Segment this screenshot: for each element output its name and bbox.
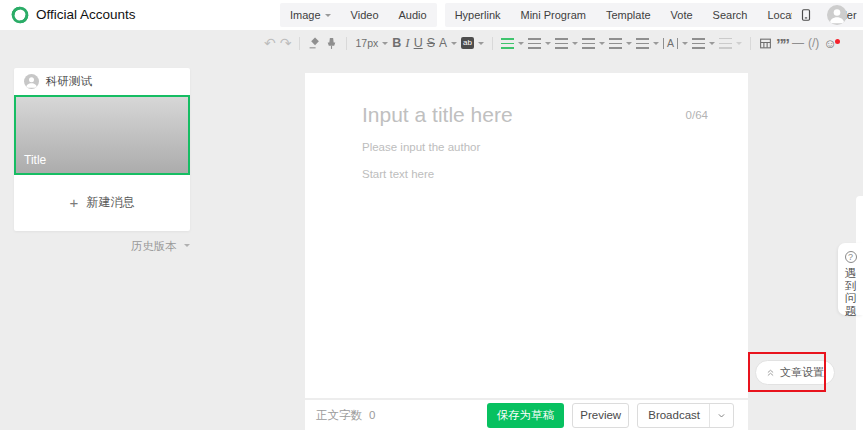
- horizontal-rule-button[interactable]: —: [792, 30, 804, 56]
- text-style-icon: [501, 38, 514, 49]
- chevron-down-icon: [653, 42, 659, 48]
- text-style-dropdown[interactable]: [501, 30, 524, 56]
- menu-video[interactable]: Video: [341, 9, 389, 21]
- format-painter-button[interactable]: [325, 30, 338, 56]
- align-left-dropdown[interactable]: [528, 30, 551, 56]
- account-name: 科研测试: [46, 74, 92, 89]
- title-input[interactable]: [362, 103, 662, 127]
- broadcast-button[interactable]: Broadcast: [637, 403, 734, 428]
- send-to-device-button[interactable]: [792, 3, 819, 27]
- menu-template-label: Template: [606, 9, 651, 21]
- body-text-area[interactable]: Start text here: [362, 168, 748, 180]
- red-highlight-annotation: [748, 352, 826, 392]
- table-button[interactable]: [759, 30, 772, 56]
- menu-mini-program[interactable]: Mini Program: [511, 9, 596, 21]
- help-feedback-tab[interactable]: ? 遇到问题: [838, 243, 863, 315]
- chevron-down-icon: [709, 42, 715, 48]
- indent-dropdown[interactable]: [636, 30, 659, 56]
- quote-icon: ””: [776, 41, 788, 51]
- new-message-label: 新建消息: [86, 194, 134, 211]
- eraser-icon: [308, 37, 321, 50]
- user-avatar[interactable]: [827, 5, 847, 25]
- insert-menus: Image Video Audio Hyperlink Mini Program…: [280, 3, 863, 27]
- person-icon: [827, 5, 847, 25]
- author-input[interactable]: [362, 141, 662, 153]
- chevron-down-icon: [545, 42, 551, 48]
- menu-audio[interactable]: Audio: [389, 9, 437, 21]
- wechat-official-accounts-logo-icon: [10, 5, 30, 25]
- title-char-counter: 0/64: [686, 109, 708, 121]
- menu-template[interactable]: Template: [596, 9, 661, 21]
- toolbar-divider: [346, 37, 347, 50]
- chevron-down-icon: [518, 42, 524, 48]
- italic-button[interactable]: I: [405, 30, 409, 56]
- title-row: 0/64: [305, 73, 748, 127]
- align-center-dropdown[interactable]: [555, 30, 578, 56]
- align-left-icon: [528, 38, 541, 49]
- font-color-dropdown[interactable]: A: [439, 30, 457, 56]
- mobile-device-icon: [799, 8, 813, 22]
- line-height-icon: [582, 38, 595, 49]
- chevron-down-icon: [717, 411, 726, 420]
- word-count-value: 0: [369, 409, 375, 421]
- highlight-color-icon: ab: [461, 37, 474, 49]
- menu-search[interactable]: Search: [703, 9, 758, 21]
- paragraph-spacing-dropdown[interactable]: [609, 30, 632, 56]
- italic-label: I: [405, 35, 409, 51]
- clear-format-button[interactable]: [308, 30, 321, 56]
- top-header: Official Accounts Image Video Audio Hype…: [0, 0, 863, 30]
- save-draft-button[interactable]: 保存为草稿: [487, 403, 565, 428]
- chevron-down-icon: [451, 42, 457, 48]
- thumbnail-title: Title: [24, 153, 46, 167]
- media-menu-group: Image Video Audio: [280, 3, 437, 27]
- chevron-down-icon: [184, 244, 190, 250]
- letter-spacing-dropdown[interactable]: A: [663, 30, 688, 56]
- new-message-button[interactable]: + 新建消息: [14, 175, 190, 229]
- preview-button[interactable]: Preview: [572, 403, 629, 428]
- toolbar-divider: [299, 37, 300, 50]
- undo-button[interactable]: ↶: [264, 30, 276, 56]
- chevron-down-icon: [382, 42, 388, 48]
- font-size-value: 17px: [355, 37, 378, 49]
- table-icon: [759, 37, 772, 50]
- line-height-dropdown[interactable]: [582, 30, 605, 56]
- blockquote-button[interactable]: ””: [776, 30, 788, 56]
- bullet-list-icon: [692, 38, 705, 49]
- menu-image[interactable]: Image: [280, 9, 341, 21]
- letter-spacing-icon: A: [663, 38, 678, 49]
- font-size-dropdown[interactable]: 17px: [355, 30, 388, 56]
- chevron-down-icon: [572, 42, 578, 48]
- brush-icon: [325, 37, 338, 50]
- list-dropdown[interactable]: [692, 30, 715, 56]
- image-text-layout-icon: [719, 38, 732, 49]
- code-button[interactable]: (/): [808, 30, 819, 56]
- history-versions-link[interactable]: 历史版本: [14, 239, 190, 254]
- paragraph-spacing-icon: [609, 38, 622, 49]
- editor-footer: 正文字数 0 保存为草稿 Preview Broadcast: [305, 400, 748, 430]
- redo-button[interactable]: ↷: [280, 30, 292, 56]
- toolbar-divider: [492, 37, 493, 50]
- bold-label: B: [392, 36, 401, 50]
- bold-button[interactable]: B: [392, 30, 401, 56]
- plus-icon: +: [70, 194, 79, 211]
- chevron-down-icon: [626, 42, 632, 48]
- menu-vote-label: Vote: [671, 9, 693, 21]
- chevron-down-icon: [599, 42, 605, 48]
- menu-audio-label: Audio: [399, 9, 427, 21]
- emoji-button[interactable]: ☺: [823, 30, 836, 56]
- emoji-smiley-icon: ☺: [823, 36, 836, 51]
- toolbar-divider: [750, 37, 751, 50]
- indent-icon: [636, 38, 649, 49]
- article-thumbnail[interactable]: Title: [14, 95, 190, 175]
- menu-hyperlink[interactable]: Hyperlink: [445, 9, 511, 21]
- message-card: 科研测试 Title + 新建消息: [14, 68, 190, 231]
- history-versions-label: 历史版本: [131, 240, 177, 252]
- menu-hyperlink-label: Hyperlink: [455, 9, 501, 21]
- menu-vote[interactable]: Vote: [661, 9, 703, 21]
- chevron-down-icon: [478, 42, 484, 48]
- underline-button[interactable]: U: [414, 30, 423, 56]
- broadcast-dropdown-toggle[interactable]: [710, 411, 733, 420]
- article-editor: 0/64 Start text here: [305, 73, 748, 398]
- strikethrough-button[interactable]: S: [427, 30, 435, 56]
- highlight-color-dropdown[interactable]: ab: [461, 30, 484, 56]
